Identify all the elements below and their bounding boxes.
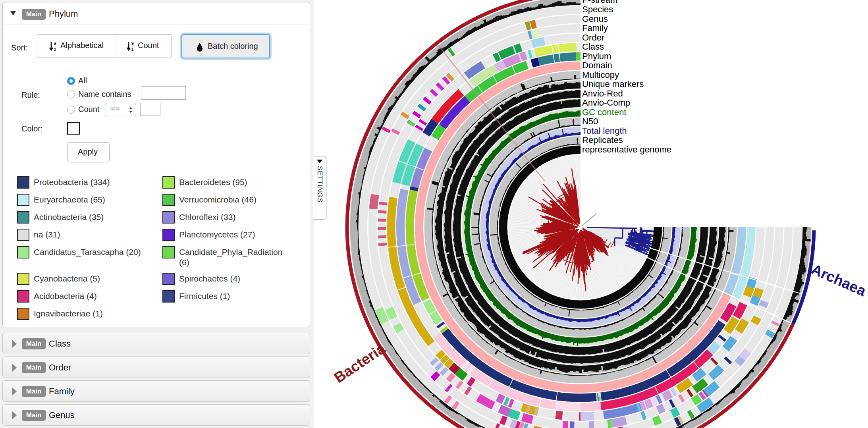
svg-text:Phylum: Phylum <box>582 51 611 61</box>
svg-text:Genus: Genus <box>582 14 608 24</box>
svg-text:a: a <box>54 41 56 46</box>
svg-text:GC content: GC content <box>582 107 626 117</box>
svg-text:Domain: Domain <box>582 60 612 70</box>
svg-text:Class: Class <box>582 42 604 52</box>
svg-text:9: 9 <box>131 41 134 46</box>
svg-text:Unique markers: Unique markers <box>582 79 644 89</box>
svg-text:Archaea: Archaea <box>809 261 868 299</box>
svg-text:z: z <box>54 47 56 52</box>
svg-text:1: 1 <box>131 47 134 52</box>
svg-text:Anvio-Red: Anvio-Red <box>582 89 623 98</box>
svg-text:N50: N50 <box>582 116 598 126</box>
svg-text:Order: Order <box>582 33 604 42</box>
svg-text:representative genome: representative genome <box>582 145 671 154</box>
svg-text:Multicopy: Multicopy <box>582 70 619 80</box>
svg-text:Bacteria: Bacteria <box>331 340 388 386</box>
svg-text:Anvio-Comp: Anvio-Comp <box>582 98 630 108</box>
svg-text:Replicates: Replicates <box>582 135 623 145</box>
svg-text:Species: Species <box>582 4 613 14</box>
svg-text:Total length: Total length <box>582 126 627 136</box>
svg-text:Family: Family <box>582 23 608 33</box>
